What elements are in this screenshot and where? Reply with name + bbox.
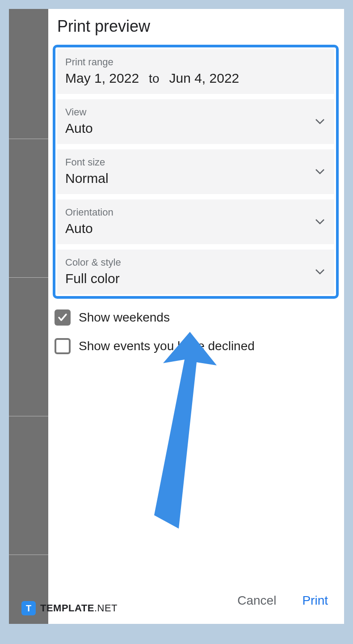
show-weekends-row[interactable]: Show weekends: [55, 309, 338, 326]
show-weekends-label: Show weekends: [79, 310, 170, 325]
show-declined-checkbox[interactable]: [55, 338, 71, 354]
orientation-dropdown[interactable]: Orientation Auto: [57, 199, 334, 244]
print-range-label: Print range: [65, 56, 326, 68]
show-declined-label: Show events you have declined: [79, 339, 255, 353]
print-range-field[interactable]: Print range May 1, 2022 to Jun 4, 2022: [57, 49, 334, 94]
watermark-text: TEMPLATE.NET: [40, 602, 118, 614]
cancel-button[interactable]: Cancel: [237, 593, 276, 608]
print-preview-panel: Print preview Print range May 1, 2022 to…: [48, 9, 344, 624]
orientation-value: Auto: [65, 221, 326, 236]
print-range-to: to: [149, 72, 159, 86]
panel-title: Print preview: [48, 9, 344, 45]
chevron-down-icon: [315, 269, 324, 275]
font-size-value: Normal: [65, 171, 326, 186]
color-style-label: Color & style: [65, 257, 326, 268]
print-button[interactable]: Print: [302, 593, 328, 608]
show-declined-row[interactable]: Show events you have declined: [55, 338, 338, 354]
checkbox-list: Show weekends Show events you have decli…: [48, 299, 344, 367]
view-value: Auto: [65, 121, 326, 136]
watermark-badge: T: [21, 601, 36, 615]
orientation-label: Orientation: [65, 207, 326, 218]
show-weekends-checkbox[interactable]: [55, 309, 71, 326]
print-range-start[interactable]: May 1, 2022: [65, 71, 139, 86]
view-dropdown[interactable]: View Auto: [57, 99, 334, 144]
print-range-end[interactable]: Jun 4, 2022: [169, 71, 239, 86]
view-label: View: [65, 106, 326, 118]
chevron-down-icon: [315, 219, 324, 225]
watermark: T TEMPLATE.NET: [21, 601, 118, 615]
background-frame: Print preview Print range May 1, 2022 to…: [9, 9, 344, 624]
color-style-dropdown[interactable]: Color & style Full color: [57, 250, 334, 294]
color-style-value: Full color: [65, 271, 326, 286]
chevron-down-icon: [315, 119, 324, 124]
chevron-down-icon: [315, 169, 324, 174]
font-size-dropdown[interactable]: Font size Normal: [57, 149, 334, 194]
highlighted-options-box: Print range May 1, 2022 to Jun 4, 2022 V…: [53, 45, 339, 299]
font-size-label: Font size: [65, 157, 326, 168]
